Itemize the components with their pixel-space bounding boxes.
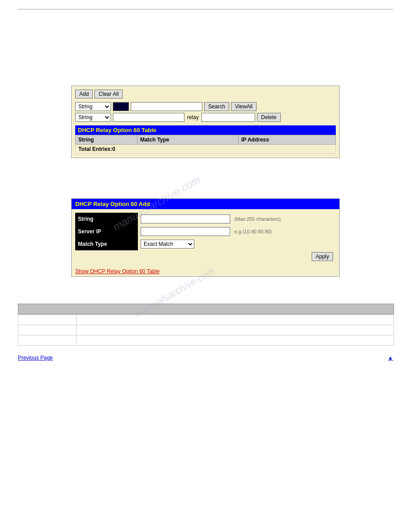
desc-section xyxy=(18,304,394,346)
desc-value-2 xyxy=(77,325,394,335)
page-wrapper: manualsarchive.com manualsarchive.com Ad… xyxy=(18,9,393,361)
table-header-row: String Match Type IP Address xyxy=(76,135,336,145)
next-link[interactable]: ▲ xyxy=(388,355,393,361)
toolbar: Add Clear All xyxy=(75,90,336,99)
add-panel: DHCP Relay Option 60 Add String (Max:255… xyxy=(71,198,340,277)
string-field-cell: (Max:255 characters) xyxy=(138,213,336,225)
desc-table xyxy=(18,314,394,346)
match-type-label: Match Type xyxy=(75,238,138,250)
total-entries-row: Total Entries:0 xyxy=(76,145,336,154)
server-ip-input[interactable] xyxy=(141,227,230,236)
add-section: DHCP Relay Option 60 Add String (Max:255… xyxy=(18,198,393,277)
col-string: String xyxy=(76,135,137,145)
filter-row: String relay Delete xyxy=(75,113,336,122)
add-form: String (Max:255 characters) Server IP xyxy=(72,209,339,266)
filter-relay-input[interactable] xyxy=(201,113,255,122)
desc-field-3 xyxy=(18,335,77,346)
match-type-dropdown[interactable]: Exact Match Prefix Match xyxy=(141,240,194,249)
server-ip-field-cell: e.g.(10.90.90.90) xyxy=(138,225,336,238)
col-ip-address: IP Address xyxy=(238,135,335,145)
relay-label: relay xyxy=(187,114,199,120)
add-button[interactable]: Add xyxy=(75,90,93,99)
table-title: DHCP Relay Option 60 Table xyxy=(75,125,336,135)
show-table-link[interactable]: Show DHCP Relay Option 60 Table xyxy=(72,266,339,276)
server-ip-hint: e.g.(10.90.90.90) xyxy=(234,229,272,234)
search-button[interactable]: Search xyxy=(204,102,229,111)
mid-spacer xyxy=(18,172,393,198)
below-add-spacer xyxy=(18,290,393,304)
clear-all-button[interactable]: Clear All xyxy=(94,90,123,99)
add-panel-title: DHCP Relay Option 60 Add xyxy=(72,199,339,209)
col-match-type: Match Type xyxy=(137,135,238,145)
server-ip-label: Server IP xyxy=(75,225,138,238)
desc-header xyxy=(18,304,394,314)
string-label: String xyxy=(75,213,138,225)
apply-button[interactable]: Apply xyxy=(312,252,333,261)
match-type-field-cell: Exact Match Prefix Match xyxy=(138,238,336,250)
string-row: String (Max:255 characters) xyxy=(75,213,336,225)
desc-row-3 xyxy=(18,335,394,346)
desc-row-1 xyxy=(18,315,394,325)
delete-button[interactable]: Delete xyxy=(257,113,281,122)
string-hint: (Max:255 characters) xyxy=(234,216,281,222)
table-panel: Add Clear All String Search ViewAll Stri… xyxy=(71,86,340,158)
total-entries: Total Entries:0 xyxy=(76,145,336,154)
top-divider xyxy=(18,9,393,9)
apply-row: Apply xyxy=(75,250,336,263)
data-table: String Match Type IP Address Total Entri… xyxy=(75,135,336,154)
desc-row-2 xyxy=(18,325,394,335)
server-ip-row: Server IP e.g.(10.90.90.90) xyxy=(75,225,336,238)
match-type-row: Match Type Exact Match Prefix Match xyxy=(75,238,336,250)
string-input[interactable] xyxy=(141,215,230,223)
desc-field-2 xyxy=(18,325,77,335)
search-type-dropdown[interactable]: String xyxy=(75,102,111,111)
filter-string-input[interactable] xyxy=(113,113,184,122)
search-text-input[interactable] xyxy=(131,102,202,111)
table-section: Add Clear All String Search ViewAll Stri… xyxy=(18,86,393,158)
viewall-button[interactable]: ViewAll xyxy=(231,102,257,111)
desc-field-1 xyxy=(18,315,77,325)
prev-page-link[interactable]: Previous Page xyxy=(18,355,53,361)
desc-value-3 xyxy=(77,335,394,346)
search-dark-input[interactable] xyxy=(113,102,129,111)
add-form-table: String (Max:255 characters) Server IP xyxy=(75,213,336,250)
filter-type-dropdown[interactable]: String xyxy=(75,113,111,122)
desc-value-1 xyxy=(77,315,394,325)
bottom-nav: Previous Page ▲ xyxy=(18,355,393,361)
search-row: String Search ViewAll xyxy=(75,102,336,111)
top-spacer xyxy=(18,23,393,86)
